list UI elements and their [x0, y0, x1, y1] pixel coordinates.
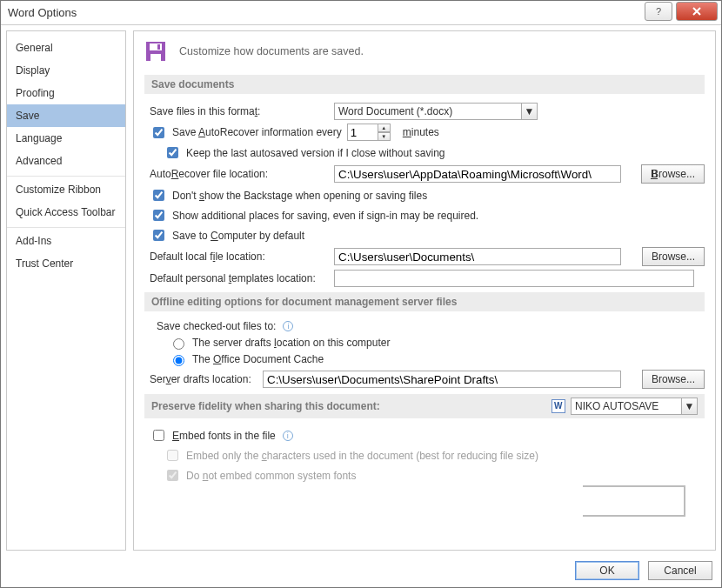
- save-format-select[interactable]: Word Document (*.docx) ▼: [334, 103, 538, 120]
- save-to-computer-checkbox[interactable]: [153, 230, 164, 241]
- info-icon[interactable]: i: [283, 321, 293, 331]
- autorecover-location-label: AutoRecover file location:: [150, 168, 329, 180]
- default-local-label: Default local file location:: [150, 251, 329, 263]
- server-drafts-browse-button[interactable]: Browse...: [642, 370, 705, 389]
- embed-fonts-label: Embed fonts in the file: [172, 430, 276, 442]
- page-subtitle: Customize how documents are saved.: [179, 45, 364, 57]
- section-preserve-fidelity: Preserve fidelity when sharing this docu…: [144, 394, 705, 418]
- sidebar-item-trust-center[interactable]: Trust Center: [7, 252, 125, 275]
- save-format-label: Save files in this format:: [150, 105, 329, 117]
- sidebar-item-language[interactable]: Language: [7, 127, 125, 150]
- svg-rect-4: [157, 44, 160, 50]
- title-bar: Word Options ?: [1, 1, 721, 25]
- show-additional-places-checkbox[interactable]: [153, 210, 164, 221]
- autorecover-checkbox[interactable]: [153, 127, 164, 138]
- fidelity-document-select[interactable]: NIKO AUTOSAVE ▼: [571, 398, 698, 415]
- autorecover-minutes-stepper[interactable]: ▲▼: [347, 124, 391, 141]
- sidebar-item-display[interactable]: Display: [7, 59, 125, 82]
- default-local-input[interactable]: [334, 248, 621, 265]
- content-pane: Customize how documents are saved. Save …: [133, 30, 716, 551]
- show-additional-places-label: Show additional places for saving, even …: [172, 210, 478, 222]
- keep-last-autosave-checkbox[interactable]: [167, 147, 178, 158]
- server-drafts-location-label: Server drafts location:: [150, 373, 257, 385]
- save-to-computer-label: Save to Computer by default: [172, 230, 304, 242]
- server-drafts-radio[interactable]: [173, 338, 184, 350]
- dont-show-backstage-label: Don't show the Backstage when opening or…: [172, 190, 427, 202]
- ok-button[interactable]: OK: [575, 561, 639, 580]
- spinner-up-icon[interactable]: ▲: [378, 124, 391, 132]
- save-checked-out-label: Save checked-out files to:: [157, 320, 276, 332]
- default-local-browse-button[interactable]: Browse...: [642, 247, 705, 266]
- sidebar-item-customize-ribbon[interactable]: Customize Ribbon: [7, 178, 125, 201]
- word-options-window: Word Options ? General Display Proofing …: [0, 0, 722, 588]
- sidebar-item-save[interactable]: Save: [7, 104, 125, 127]
- embed-chars-used-checkbox: [167, 450, 178, 461]
- spinner-down-icon[interactable]: ▼: [378, 132, 391, 141]
- autorecover-unit: minutes: [403, 126, 439, 138]
- chevron-down-icon: ▼: [521, 104, 537, 119]
- do-not-embed-common-checkbox: [167, 470, 178, 481]
- do-not-embed-common-label: Do not embed common system fonts: [186, 470, 356, 482]
- autorecover-browse-button[interactable]: BBrowse...: [641, 164, 705, 184]
- keep-last-autosave-label: Keep the last autosaved version if I clo…: [186, 147, 445, 159]
- category-sidebar: General Display Proofing Save Language A…: [6, 30, 126, 551]
- embed-chars-used-label: Embed only the characters used in the do…: [186, 450, 538, 462]
- document-icon: [552, 399, 565, 413]
- office-cache-radio-label: The Office Document Cache: [192, 353, 324, 365]
- dont-show-backstage-checkbox[interactable]: [153, 190, 164, 201]
- help-button[interactable]: ?: [645, 2, 672, 21]
- autorecover-location-input[interactable]: [334, 165, 621, 183]
- sidebar-item-quick-access-toolbar[interactable]: Quick Access Toolbar: [7, 201, 125, 224]
- save-disk-icon: [144, 40, 167, 63]
- chevron-down-icon: ▼: [681, 398, 697, 414]
- focus-rectangle: [583, 485, 685, 517]
- sidebar-item-advanced[interactable]: Advanced: [7, 150, 125, 172]
- svg-rect-3: [150, 54, 161, 61]
- sidebar-item-add-ins[interactable]: Add-Ins: [7, 230, 125, 252]
- section-offline-editing: Offline editing options for document man…: [144, 292, 705, 311]
- info-icon[interactable]: i: [283, 431, 293, 441]
- close-button[interactable]: [676, 2, 718, 21]
- default-templates-input[interactable]: [334, 270, 694, 287]
- autorecover-label: Save AutoRecover information every: [172, 126, 342, 138]
- sidebar-item-general[interactable]: General: [7, 37, 125, 59]
- svg-text:?: ?: [656, 6, 661, 17]
- embed-fonts-checkbox[interactable]: [153, 430, 164, 441]
- section-save-documents: Save documents: [144, 75, 705, 94]
- sidebar-item-proofing[interactable]: Proofing: [7, 82, 125, 104]
- server-drafts-location-input[interactable]: [263, 371, 621, 388]
- window-title: Word Options: [8, 6, 77, 19]
- office-cache-radio[interactable]: [173, 355, 184, 366]
- server-drafts-radio-label: The server drafts location on this compu…: [192, 337, 390, 349]
- cancel-button[interactable]: Cancel: [648, 561, 712, 580]
- default-templates-label: Default personal templates location:: [150, 272, 329, 284]
- autorecover-minutes-input[interactable]: [347, 124, 378, 141]
